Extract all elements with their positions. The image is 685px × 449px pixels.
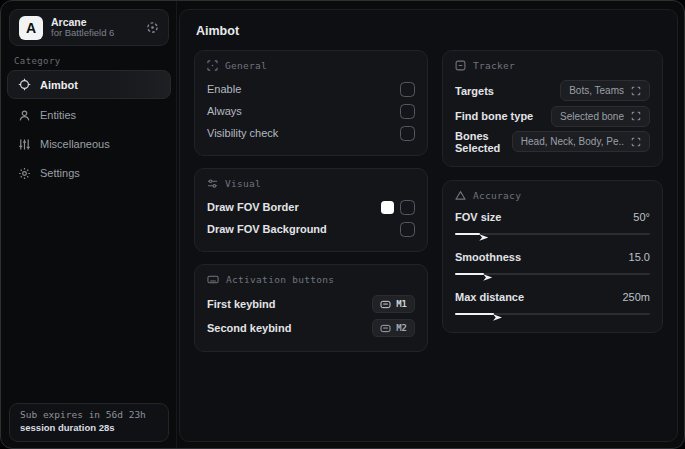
- visual-card: Visual Draw FOV Border Draw FOV Backgrou…: [194, 168, 428, 252]
- expand-icon: [631, 86, 641, 96]
- accuracy-card: Accuracy FOV size 50°: [442, 180, 663, 333]
- setting-group-fov-size: FOV size 50°: [455, 208, 650, 239]
- refresh-icon[interactable]: [146, 21, 159, 34]
- fov-border-color-swatch[interactable]: [381, 201, 394, 214]
- app-subtitle: for Battlefield 6: [51, 28, 138, 39]
- general-card: General Enable Always Visibility check: [194, 50, 428, 156]
- card-title: Activation buttons: [226, 274, 334, 285]
- setting-row-second-keybind: Second keybind M2: [207, 316, 415, 340]
- enable-checkbox[interactable]: [400, 82, 415, 97]
- sliders-vertical-icon: [18, 138, 31, 151]
- mouse-icon: [380, 324, 391, 333]
- setting-row-draw-fov-border: Draw FOV Border: [207, 196, 415, 218]
- subscription-info: Sub expires in 56d 23h session duration …: [9, 403, 169, 442]
- activation-buttons-card: Activation buttons First keybind M1: [194, 264, 428, 352]
- setting-label: Draw FOV Border: [207, 201, 299, 213]
- visibility-check-checkbox[interactable]: [400, 126, 415, 141]
- sub-expiry-text: Sub expires in 56d 23h: [20, 409, 158, 420]
- sidebar-item-aimbot[interactable]: Aimbot: [7, 70, 171, 99]
- draw-fov-border-checkbox[interactable]: [400, 200, 415, 215]
- setting-row-targets: Targets Bots, Teams: [455, 78, 650, 104]
- sliders-horizontal-icon: [207, 178, 218, 189]
- setting-row-visibility-check: Visibility check: [207, 122, 415, 144]
- setting-value: 250m: [622, 291, 650, 303]
- expand-icon: [631, 111, 641, 121]
- gear-icon: [18, 167, 31, 180]
- setting-row-bones-selected: Bones Selected Head, Neck, Body, Pe..: [455, 129, 650, 155]
- setting-row-first-keybind: First keybind M1: [207, 292, 415, 316]
- tracker-card: Tracker Targets Bots, Teams: [442, 50, 663, 167]
- setting-group-max-distance: Max distance 250m: [455, 288, 650, 319]
- card-title: Tracker: [473, 60, 515, 71]
- sidebar-item-label: Entities: [40, 109, 76, 121]
- app-window: A Arcane for Battlefield 6 Category: [0, 0, 685, 449]
- page-title: Aimbot: [196, 24, 663, 38]
- keyboard-icon: [207, 274, 219, 285]
- selected-value: Head, Neck, Body, Pe..: [521, 136, 624, 147]
- selected-value: Selected bone: [560, 111, 624, 122]
- app-logo: A: [19, 16, 43, 40]
- scan-icon: [207, 60, 218, 71]
- triangle-icon: [455, 190, 466, 201]
- keybind-value: M2: [396, 323, 407, 333]
- setting-label: Max distance: [455, 291, 524, 303]
- setting-label: Draw FOV Background: [207, 223, 327, 235]
- smoothness-slider[interactable]: [455, 269, 650, 279]
- setting-label: Targets: [455, 85, 494, 97]
- sidebar-item-label: Settings: [40, 167, 80, 179]
- setting-label: First keybind: [207, 298, 275, 310]
- slider-fill: [455, 273, 484, 275]
- sidebar-item-entities[interactable]: Entities: [7, 101, 171, 129]
- sidebar-item-settings[interactable]: Settings: [7, 159, 171, 187]
- setting-group-smoothness: Smoothness 15.0: [455, 248, 650, 279]
- setting-row-draw-fov-background: Draw FOV Background: [207, 218, 415, 240]
- category-label: Category: [14, 56, 61, 66]
- entities-icon: [18, 109, 31, 122]
- setting-label: Second keybind: [207, 322, 291, 334]
- setting-row-find-bone-type: Find bone type Selected bone: [455, 104, 650, 130]
- find-bone-type-select[interactable]: Selected bone: [551, 106, 650, 127]
- card-title: General: [225, 60, 267, 71]
- first-keybind-button[interactable]: M1: [372, 295, 415, 313]
- setting-value: 15.0: [629, 251, 650, 263]
- slider-track: [455, 233, 650, 235]
- slider-fill: [455, 313, 494, 315]
- setting-row-enable: Enable: [207, 78, 415, 100]
- sidebar-item-label: Miscellaneous: [40, 138, 110, 150]
- crosshair-icon: [18, 78, 31, 91]
- setting-label: Visibility check: [207, 127, 278, 139]
- draw-fov-background-checkbox[interactable]: [400, 222, 415, 237]
- card-title: Accuracy: [473, 190, 521, 201]
- brand-header: A Arcane for Battlefield 6: [9, 9, 169, 46]
- second-keybind-button[interactable]: M2: [372, 319, 415, 337]
- setting-label: FOV size: [455, 211, 501, 223]
- mouse-icon: [380, 300, 391, 309]
- sidebar: A Arcane for Battlefield 6 Category: [1, 1, 177, 448]
- setting-row-always: Always: [207, 100, 415, 122]
- sidebar-nav: Aimbot Entities Miscel: [7, 70, 171, 188]
- setting-label: Enable: [207, 83, 241, 95]
- main-panel: Aimbot General: [179, 9, 678, 442]
- slider-track: [455, 273, 650, 275]
- sidebar-item-miscellaneous[interactable]: Miscellaneous: [7, 130, 171, 158]
- setting-label: Find bone type: [455, 110, 533, 122]
- keybind-value: M1: [396, 299, 407, 309]
- setting-label: Always: [207, 105, 242, 117]
- fov-size-slider[interactable]: [455, 229, 650, 239]
- session-duration-text: session duration 28s: [20, 422, 158, 433]
- setting-value: 50°: [633, 211, 650, 223]
- box-minus-icon: [455, 60, 466, 71]
- targets-select[interactable]: Bots, Teams: [560, 80, 650, 101]
- always-checkbox[interactable]: [400, 104, 415, 119]
- expand-icon: [631, 137, 641, 147]
- selected-value: Bots, Teams: [569, 85, 624, 96]
- slider-fill: [455, 233, 480, 235]
- sidebar-item-label: Aimbot: [40, 79, 78, 91]
- bones-selected-select[interactable]: Head, Neck, Body, Pe..: [512, 131, 650, 152]
- setting-label: Bones Selected: [455, 130, 512, 154]
- setting-label: Smoothness: [455, 251, 521, 263]
- max-distance-slider[interactable]: [455, 309, 650, 319]
- card-title: Visual: [225, 178, 261, 189]
